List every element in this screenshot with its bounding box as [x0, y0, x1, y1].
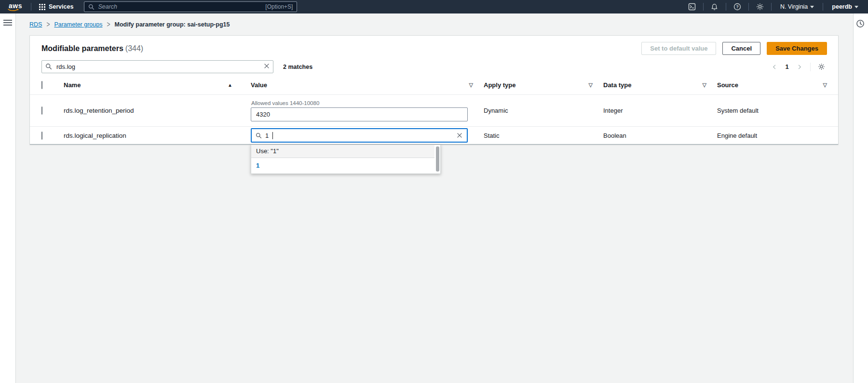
clock-icon [856, 19, 865, 28]
top-navigation: aws Services [Option+S] ? N. Virginia [0, 0, 868, 13]
notifications-panel-button[interactable] [856, 19, 866, 28]
nav-divider [771, 3, 772, 11]
allowed-values-hint: Allowed values 1440-10080 [251, 100, 484, 106]
settings-button[interactable] [753, 0, 767, 13]
table-header-row: Name ▲ Value ▽ Apply type ▽ Data type ▽ … [30, 75, 838, 95]
column-header-value: Value ▽ [251, 81, 484, 89]
save-changes-button[interactable]: Save Changes [767, 42, 827, 55]
notifications-button[interactable] [707, 0, 722, 13]
account-menu[interactable]: peerdb [827, 3, 863, 10]
apply-type-cell: Dynamic [484, 107, 603, 114]
next-page-button[interactable] [794, 61, 805, 73]
column-label: Apply type [484, 81, 515, 89]
parameter-count: (344) [125, 44, 143, 53]
filter-icon[interactable]: ▽ [823, 82, 827, 88]
use-entered-value-option[interactable]: Use: "1" [251, 145, 434, 158]
column-header-name[interactable]: Name ▲ [64, 81, 251, 89]
cloudshell-button[interactable] [685, 0, 699, 13]
help-icon: ? [733, 3, 741, 11]
pager-divider [810, 63, 811, 71]
nav-divider [31, 3, 31, 11]
data-type-cell: Integer [603, 107, 717, 114]
source-cell: Engine default [717, 132, 827, 139]
table-row: rds.logical_replication 1 Use: "1" 1 [30, 127, 838, 145]
data-type-cell: Boolean [603, 132, 717, 139]
search-icon [256, 132, 262, 139]
column-label: Source [717, 81, 738, 89]
account-label: peerdb [832, 3, 852, 10]
filter-icon[interactable]: ▽ [703, 82, 706, 88]
cancel-button[interactable]: Cancel [722, 42, 760, 55]
modifiable-parameters-card: Modifiable parameters(344) Set to defaul… [29, 35, 839, 145]
global-search-input[interactable] [98, 3, 262, 10]
chevron-down-icon [854, 6, 858, 8]
table-row: rds.log_retention_period Allowed values … [30, 95, 838, 127]
source-cell: System default [717, 107, 827, 114]
parameter-value-input[interactable] [251, 107, 468, 121]
right-sidebar-rail [853, 13, 868, 383]
services-menu-button[interactable]: Services [35, 3, 77, 10]
breadcrumb-separator-icon: > [46, 20, 50, 29]
services-grid-icon [39, 4, 45, 10]
nav-divider [823, 3, 823, 11]
chevron-down-icon [810, 6, 814, 8]
region-label: N. Virginia [780, 3, 808, 10]
parameter-name: rds.logical_replication [64, 132, 251, 139]
global-search-box[interactable]: [Option+S] [84, 1, 297, 12]
column-label: Data type [603, 81, 632, 89]
column-label: Value [251, 81, 267, 89]
parameter-name: rds.log_retention_period [64, 107, 251, 114]
search-shortcut-hint: [Option+S] [265, 3, 293, 10]
breadcrumb-current: Modify parameter group: sai-setup-pg15 [115, 21, 230, 28]
left-sidebar-rail [0, 13, 16, 383]
column-header-data-type: Data type ▽ [603, 81, 717, 89]
clear-filter-icon[interactable] [263, 63, 270, 69]
page-title: Modifiable parameters(344) [41, 44, 143, 53]
svg-text:?: ? [736, 4, 738, 9]
previous-page-button[interactable] [769, 61, 780, 73]
parameter-value-combobox[interactable]: 1 [251, 128, 468, 143]
column-label: Name [64, 81, 81, 89]
sort-ascending-icon[interactable]: ▲ [228, 82, 232, 88]
hamburger-menu-button[interactable] [3, 20, 12, 26]
breadcrumb-link-parameter-groups[interactable]: Parameter groups [54, 21, 102, 28]
aws-smile-icon [8, 9, 18, 12]
breadcrumb-link-rds[interactable]: RDS [29, 21, 42, 28]
nav-divider [726, 3, 726, 11]
column-header-source: Source ▽ [717, 81, 827, 89]
dropdown-scrollbar[interactable] [436, 146, 439, 172]
search-icon [88, 4, 95, 10]
autocomplete-dropdown: Use: "1" 1 [251, 145, 441, 174]
combobox-value: 1 [265, 132, 269, 139]
column-header-apply-type: Apply type ▽ [484, 81, 603, 89]
gear-icon [818, 63, 825, 70]
pagination: 1 [769, 61, 827, 73]
page-title-text: Modifiable parameters [41, 44, 123, 53]
select-all-checkbox[interactable] [41, 81, 42, 89]
row-checkbox[interactable] [41, 106, 42, 115]
text-cursor [272, 132, 273, 139]
nav-divider [703, 3, 704, 11]
bell-icon [711, 3, 718, 11]
apply-type-cell: Static [484, 132, 603, 139]
aws-logo[interactable]: aws [6, 2, 27, 12]
page-number[interactable]: 1 [782, 63, 792, 70]
cloudshell-icon [688, 3, 696, 11]
parameter-filter-input[interactable] [41, 60, 273, 73]
row-checkbox[interactable] [41, 132, 42, 140]
search-icon [45, 63, 52, 70]
gear-icon [756, 3, 764, 11]
region-selector[interactable]: N. Virginia [775, 3, 819, 10]
clear-value-icon[interactable] [456, 132, 463, 139]
breadcrumb-separator-icon: > [107, 20, 110, 29]
table-preferences-button[interactable] [815, 61, 827, 73]
filter-icon[interactable]: ▽ [589, 82, 593, 88]
set-to-default-button[interactable]: Set to default value [641, 42, 716, 55]
match-count: 2 matches [283, 64, 312, 70]
nav-divider [748, 3, 749, 11]
breadcrumb: RDS > Parameter groups > Modify paramete… [16, 13, 853, 33]
services-label: Services [49, 3, 73, 10]
dropdown-option[interactable]: 1 [251, 158, 440, 173]
filter-icon[interactable]: ▽ [469, 82, 473, 88]
help-button[interactable]: ? [730, 0, 745, 13]
